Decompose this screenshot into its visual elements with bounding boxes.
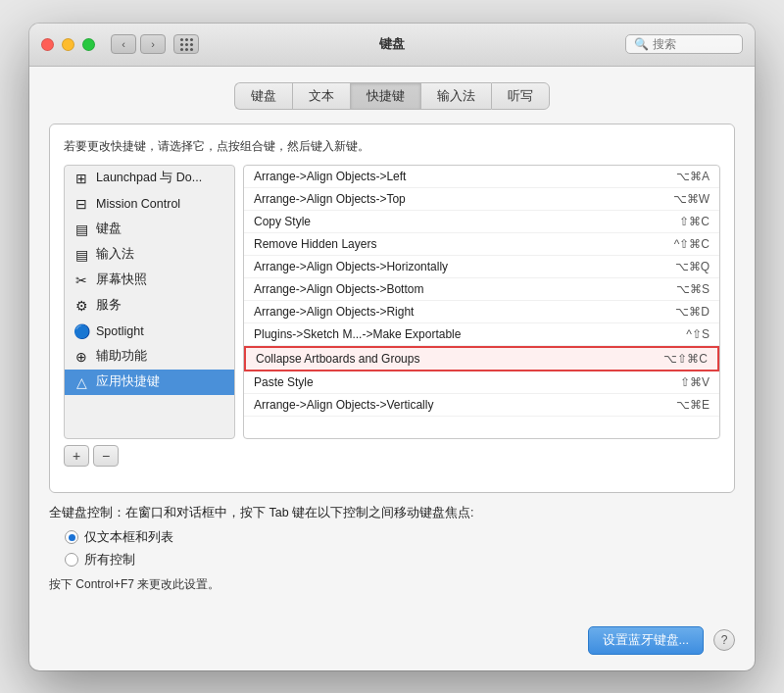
radio-item-all[interactable]: 所有控制 (65, 552, 735, 569)
remove-button[interactable]: − (93, 445, 119, 467)
right-list[interactable]: Arrange->Align Objects->Left ⌥⌘A Arrange… (243, 165, 720, 439)
add-button[interactable]: + (64, 445, 89, 467)
right-item-0[interactable]: Arrange->Align Objects->Left ⌥⌘A (244, 166, 719, 188)
content-area: 键盘 文本 快捷键 输入法 听写 若要更改快捷键，请选择它，点按组合键，然后键入… (29, 67, 755, 617)
window-title: 键盘 (379, 35, 405, 53)
tab-text[interactable]: 文本 (292, 82, 350, 110)
app-shortcuts-icon: △ (73, 373, 90, 391)
right-item-5[interactable]: Arrange->Align Objects->Bottom ⌥⌘S (244, 278, 719, 301)
full-keyboard-label: 全键盘控制：在窗口和对话框中，按下 Tab 键在以下控制之间移动键盘焦点: (49, 505, 735, 521)
minimize-button[interactable] (62, 38, 74, 51)
radio-text-only-dot[interactable] (65, 530, 78, 544)
titlebar: ‹ › 键盘 🔍 (29, 24, 755, 67)
help-button[interactable]: ? (713, 629, 735, 651)
nav-buttons: ‹ › (111, 34, 166, 54)
mission-control-icon: ⊟ (73, 195, 90, 213)
right-item-1[interactable]: Arrange->Align Objects->Top ⌥⌘W (244, 188, 719, 211)
close-button[interactable] (41, 38, 54, 51)
list-controls: + − (64, 445, 720, 467)
left-item-services[interactable]: ⚙ 服务 (65, 293, 234, 319)
right-item-7[interactable]: Plugins->Sketch M...->Make Exportable ^⇧… (244, 323, 719, 346)
screenshot-icon: ✂ (73, 272, 90, 289)
hint-text: 若要更改快捷键，请选择它，点按组合键，然后键入新键。 (64, 138, 720, 155)
tab-shortcuts[interactable]: 快捷键 (350, 82, 420, 110)
right-item-4[interactable]: Arrange->Align Objects->Horizontally ⌥⌘Q (244, 256, 719, 278)
right-item-2[interactable]: Copy Style ⇧⌘C (244, 211, 719, 233)
right-item-3[interactable]: Remove Hidden Layers ^⇧⌘C (244, 233, 719, 256)
right-item-8-highlighted[interactable]: Collapse Artboards and Groups ⌥⇧⌘C (244, 346, 719, 371)
left-item-mission-control[interactable]: ⊟ Mission Control (65, 191, 234, 217)
left-item-app-shortcuts[interactable]: △ 应用快捷键 (65, 370, 234, 395)
maximize-button[interactable] (82, 38, 95, 51)
services-icon: ⚙ (73, 297, 90, 315)
tab-dictation[interactable]: 听写 (491, 82, 550, 110)
two-column-layout: ⊞ Launchpad 与 Do... ⊟ Mission Control ▤ … (64, 165, 720, 439)
main-panel: 若要更改快捷键，请选择它，点按组合键，然后键入新键。 ⊞ Launchpad 与… (49, 124, 735, 493)
left-list[interactable]: ⊞ Launchpad 与 Do... ⊟ Mission Control ▤ … (64, 165, 235, 439)
left-item-launchpad[interactable]: ⊞ Launchpad 与 Do... (65, 166, 234, 191)
radio-item-text-only[interactable]: 仅文本框和列表 (65, 529, 735, 546)
forward-button[interactable]: › (140, 34, 166, 54)
left-item-input-method[interactable]: ▤ 输入法 (65, 242, 234, 268)
search-icon: 🔍 (634, 37, 649, 51)
radio-group: 仅文本框和列表 所有控制 (65, 529, 735, 569)
left-item-spotlight[interactable]: 🔵 Spotlight (65, 319, 234, 344)
right-item-9[interactable]: Paste Style ⇧⌘V (244, 371, 719, 394)
launchpad-icon: ⊞ (73, 170, 90, 187)
keyboard-icon: ▤ (73, 221, 90, 238)
input-method-icon: ▤ (73, 246, 90, 264)
bottom-section: 全键盘控制：在窗口和对话框中，按下 Tab 键在以下控制之间移动键盘焦点: 仅文… (49, 505, 735, 601)
traffic-lights (41, 38, 95, 51)
tab-keyboard[interactable]: 键盘 (234, 82, 292, 110)
back-button[interactable]: ‹ (111, 34, 136, 54)
control-note: 按下 Control+F7 来更改此设置。 (49, 576, 735, 593)
grid-button[interactable] (173, 34, 199, 54)
search-box[interactable]: 🔍 (625, 34, 743, 54)
left-item-screenshot[interactable]: ✂ 屏幕快照 (65, 268, 234, 293)
bluetooth-button[interactable]: 设置蓝牙键盘... (588, 626, 704, 655)
right-item-6[interactable]: Arrange->Align Objects->Right ⌥⌘D (244, 301, 719, 323)
search-input[interactable] (653, 37, 741, 51)
spotlight-icon: 🔵 (73, 322, 90, 340)
left-item-keyboard[interactable]: ▤ 键盘 (65, 217, 234, 242)
accessibility-icon: ⊕ (73, 348, 90, 366)
right-item-10[interactable]: Arrange->Align Objects->Vertically ⌥⌘E (244, 394, 719, 417)
tabs-bar: 键盘 文本 快捷键 输入法 听写 (49, 82, 735, 110)
radio-all-dot[interactable] (65, 553, 78, 567)
tab-input[interactable]: 输入法 (420, 82, 491, 110)
footer: 设置蓝牙键盘... ? (29, 617, 755, 670)
main-window: ‹ › 键盘 🔍 键盘 文本 快捷键 输入法 听写 若要更改快捷键，请选择它 (29, 24, 755, 670)
left-item-accessibility[interactable]: ⊕ 辅助功能 (65, 344, 234, 370)
